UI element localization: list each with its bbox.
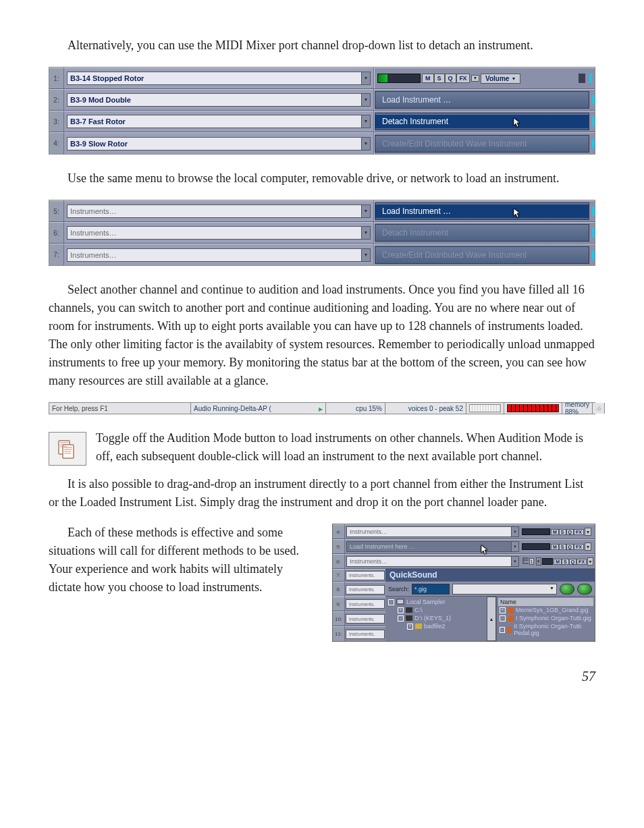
gig-file-icon xyxy=(508,607,514,613)
scroll-up-button[interactable] xyxy=(487,597,496,641)
channel-dropdown[interactable] xyxy=(511,541,519,552)
fx-button[interactable]: FX xyxy=(456,74,471,83)
level-meter xyxy=(377,74,421,83)
context-menu: Load Instrument … xyxy=(375,91,589,109)
instrument-name-field[interactable]: Instruments… xyxy=(346,526,512,537)
q-button[interactable]: Q xyxy=(566,529,574,535)
small-dropdown[interactable] xyxy=(587,557,593,565)
channel-number: 9: xyxy=(333,597,345,611)
instrument-name-field[interactable]: Instruments. xyxy=(346,614,385,624)
instrument-name-field[interactable]: Instruments… xyxy=(346,556,512,567)
volume-button[interactable]: Volume xyxy=(481,74,520,84)
drag-icon xyxy=(522,557,529,565)
menu-detach-instrument[interactable]: Detach Instrument xyxy=(375,226,589,240)
instrument-name-field[interactable]: B3-14 Stopped Rotor xyxy=(67,72,362,85)
context-menu: Load Instrument … xyxy=(375,202,589,220)
instrument-name-field[interactable]: Instruments. xyxy=(346,630,385,639)
channel-dropdown[interactable] xyxy=(361,204,371,218)
channel-dropdown[interactable] xyxy=(361,115,371,128)
channel-dropdown[interactable] xyxy=(361,72,371,85)
paragraph-6: Each of these methods is effective and s… xyxy=(49,524,317,597)
channel-number: 11: xyxy=(333,626,345,641)
mute-button[interactable]: M xyxy=(422,74,434,83)
computer-icon xyxy=(396,599,404,605)
small-dropdown[interactable] xyxy=(536,557,541,565)
paragraph-4: Toggle off the Audition Mode button to l… xyxy=(96,429,595,466)
peak-indicator xyxy=(589,74,592,83)
help-hint: For Help, press F1 xyxy=(49,403,191,414)
play-icon xyxy=(319,405,323,412)
status-bar: For Help, press F1 Audio Running-Delta-A… xyxy=(49,402,595,414)
channel-dropdown[interactable] xyxy=(361,226,371,240)
quicksound-title: QuickSound xyxy=(385,569,595,581)
small-dropdown[interactable] xyxy=(471,75,479,82)
peak-indicator xyxy=(592,139,595,148)
context-menu: Detach Instrument xyxy=(375,113,589,130)
instrument-name-field[interactable]: Load Instrument here … xyxy=(346,541,512,552)
collapse-icon[interactable]: - xyxy=(388,599,394,605)
peak-indicator xyxy=(592,95,595,105)
column-header-name[interactable]: Name xyxy=(498,598,593,606)
search-input[interactable] xyxy=(412,584,450,595)
channel-dropdown[interactable] xyxy=(361,137,371,150)
folder-icon xyxy=(415,624,422,629)
channel-dropdown[interactable] xyxy=(361,248,371,262)
channel-number: 5: xyxy=(49,200,64,221)
solo-button[interactable]: S xyxy=(434,74,445,83)
audio-status: Audio Running-Delta-AP ( xyxy=(191,403,326,414)
small-dropdown[interactable] xyxy=(585,528,591,536)
menu-detach-instrument[interactable]: Detach Instrument xyxy=(375,115,589,128)
instrument-name-field[interactable]: B3-9 Mod Double xyxy=(67,93,362,107)
instrument-name-field[interactable]: B3-7 Fast Rotor xyxy=(67,115,362,128)
gig-file-icon xyxy=(508,615,514,622)
expand-icon[interactable]: + xyxy=(500,607,506,613)
instrument-name-field[interactable]: Instruments. xyxy=(346,599,385,609)
midi-mixer-panel-1: 1: B3-14 Stopped Rotor M S Q FX Volume xyxy=(49,67,595,155)
number-badge: 1 xyxy=(529,558,533,565)
menu-create-edit-dwi[interactable]: Create/Edit Distributed Wave Instrument xyxy=(375,137,589,150)
folder-tree[interactable]: -Local Sampler +C:\ -D:\ (KEYS_1) +badfi… xyxy=(385,597,487,641)
channel-dropdown[interactable] xyxy=(511,526,519,537)
fx-button[interactable]: FX xyxy=(574,529,584,535)
channel-number: 10: xyxy=(333,611,345,626)
channel-number: 3: xyxy=(49,111,64,132)
instrument-name-field[interactable]: Instruments… xyxy=(67,226,362,240)
paragraph-intro: Alternatively, you can use the MIDI Mixe… xyxy=(49,36,595,55)
menu-create-edit-dwi[interactable]: Create/Edit Distributed Wave Instrument xyxy=(375,248,589,262)
svg-rect-3 xyxy=(397,599,404,604)
mute-button[interactable]: M xyxy=(551,529,559,535)
instrument-name-field[interactable]: Instruments. xyxy=(346,571,385,580)
instrument-name-field[interactable]: Instruments… xyxy=(67,248,362,262)
channel-dropdown[interactable] xyxy=(361,93,371,107)
instrument-name-field[interactable]: Instruments… xyxy=(67,204,362,218)
resize-grip-icon[interactable] xyxy=(593,403,605,414)
context-menu: Create/Edit Distributed Wave Instrument xyxy=(375,135,589,153)
search-dropdown[interactable] xyxy=(452,584,557,595)
nav-right-button[interactable] xyxy=(577,584,592,595)
expand-icon[interactable]: + xyxy=(398,607,404,613)
nav-left-button[interactable] xyxy=(560,584,574,595)
file-list[interactable]: Name +MemeSys_1GB_Grand.gig -I Symphonic… xyxy=(496,597,595,641)
context-menu: Create/Edit Distributed Wave Instrument xyxy=(375,246,589,264)
small-dropdown[interactable] xyxy=(585,543,591,551)
instrument-name-field[interactable]: Instruments. xyxy=(346,585,385,595)
solo-button[interactable]: S xyxy=(559,529,566,535)
menu-load-instrument[interactable]: Load Instrument … xyxy=(375,204,589,218)
menu-load-instrument[interactable]: Load Instrument … xyxy=(375,93,589,107)
context-menu: Detach Instrument xyxy=(375,224,589,242)
channel-number: 6: xyxy=(333,554,345,568)
instrument-name-field[interactable]: B3-9 Slow Rotor xyxy=(67,137,362,150)
peak-indicator xyxy=(592,117,595,126)
channel-buttons[interactable]: M S Q FX xyxy=(422,74,470,83)
channel-dropdown[interactable] xyxy=(511,556,519,567)
cpu-status: cpu 15% xyxy=(326,403,385,414)
expand-icon[interactable]: + xyxy=(407,624,413,630)
collapse-icon[interactable]: - xyxy=(500,615,506,622)
collapse-icon[interactable]: - xyxy=(398,615,404,622)
q-button[interactable]: Q xyxy=(445,74,456,83)
channel-number: 7: xyxy=(333,569,345,581)
svg-rect-2 xyxy=(523,558,529,563)
level-meter xyxy=(522,528,550,535)
collapse-icon[interactable]: - xyxy=(500,627,505,633)
level-meter xyxy=(522,543,550,550)
